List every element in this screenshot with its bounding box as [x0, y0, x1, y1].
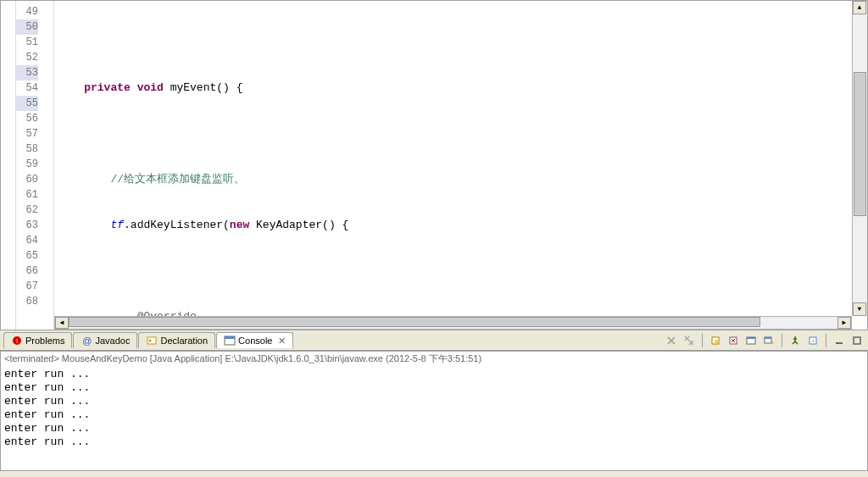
close-icon[interactable]: ✕: [278, 336, 286, 347]
line-gutter: 49 50 51 52 53 54 55 56 57 58 59 60 61 6…: [16, 1, 42, 330]
console-output[interactable]: enter run ... enter run ... enter run ..…: [1, 366, 867, 451]
line-number: 50: [16, 19, 38, 35]
tab-console[interactable]: Console ✕: [216, 332, 293, 348]
display-console-button[interactable]: [743, 333, 759, 348]
scroll-right-icon[interactable]: ▶: [837, 317, 851, 329]
tab-javadoc[interactable]: @ Javadoc: [73, 332, 137, 348]
line-number: 52: [16, 50, 38, 65]
line-number: 61: [16, 187, 38, 202]
code-line: tf.addKeyListener(new KeyAdapter() {: [54, 218, 867, 233]
svg-point-4: [149, 340, 152, 342]
code-line: //给文本框添加键盘监听。: [54, 172, 867, 187]
svg-rect-8: [715, 340, 718, 343]
svg-text:!: !: [16, 337, 18, 345]
console-icon: [224, 335, 236, 347]
code-line: private void myEvent() {: [54, 80, 867, 96]
line-number: 59: [16, 157, 38, 172]
line-number: 65: [16, 248, 38, 263]
svg-rect-11: [747, 337, 755, 339]
tab-problems[interactable]: ! Problems: [3, 332, 72, 348]
minimize-button[interactable]: [832, 333, 847, 348]
scroll-thumb[interactable]: [854, 72, 866, 216]
svg-rect-18: [854, 337, 860, 344]
views-tab-bar: ! Problems @ Javadoc Declaration Console…: [0, 330, 868, 351]
svg-text:+: +: [771, 340, 774, 346]
line-number: 56: [16, 111, 38, 126]
open-console-button[interactable]: +: [761, 333, 776, 348]
line-number: 55: [16, 96, 38, 111]
tab-label: Javadoc: [95, 336, 130, 346]
line-number: 49: [16, 4, 38, 19]
folding-bar: [42, 1, 54, 330]
remove-launch-button[interactable]: [664, 333, 679, 348]
vertical-scrollbar[interactable]: ▲ ▼: [852, 1, 867, 316]
scroll-down-icon[interactable]: ▼: [853, 302, 866, 316]
javadoc-icon: @: [81, 335, 92, 347]
line-number: 62: [16, 202, 38, 218]
scroll-left-icon[interactable]: ◀: [55, 317, 69, 329]
line-number: 64: [16, 233, 38, 248]
line-number: 54: [16, 80, 38, 96]
tab-declaration[interactable]: Declaration: [138, 332, 215, 348]
console-toolbar: + +: [664, 333, 865, 348]
svg-text:+: +: [811, 337, 815, 345]
tab-label: Console: [238, 336, 272, 346]
marker-bar: [1, 1, 16, 330]
new-console-view-button[interactable]: +: [805, 333, 821, 348]
line-number: 67: [16, 279, 38, 294]
code-line: [54, 263, 867, 279]
declaration-icon: [146, 335, 158, 347]
line-number: 57: [16, 126, 38, 141]
maximize-button[interactable]: [849, 333, 865, 348]
line-number: 60: [16, 172, 38, 187]
svg-rect-17: [836, 342, 843, 344]
console-status: <terminated> MouseAndKeyDemo [Java Appli…: [1, 352, 867, 366]
scroll-up-icon[interactable]: ▲: [853, 1, 866, 14]
svg-text:@: @: [82, 336, 92, 346]
editor-panel: 49 50 51 52 53 54 55 56 57 58 59 60 61 6…: [0, 0, 868, 330]
console-panel: <terminated> MouseAndKeyDemo [Java Appli…: [0, 351, 868, 471]
scroll-thumb[interactable]: [69, 317, 760, 327]
line-number: 51: [16, 35, 38, 50]
code-line: [54, 35, 867, 50]
remove-all-launches-button[interactable]: [682, 333, 697, 348]
code-area[interactable]: private void myEvent() { //给文本框添加键盘监听。 t…: [54, 1, 867, 330]
scroll-lock-button[interactable]: [708, 333, 723, 348]
line-number: 53: [16, 65, 38, 80]
svg-rect-6: [225, 336, 235, 339]
svg-rect-13: [765, 337, 771, 339]
clear-console-button[interactable]: [726, 333, 741, 348]
line-number: 58: [16, 141, 38, 157]
problems-icon: !: [11, 335, 23, 347]
horizontal-scrollbar[interactable]: ◀ ▶: [54, 316, 852, 330]
line-number: 66: [16, 263, 38, 279]
line-number: 68: [16, 294, 38, 309]
tab-label: Declaration: [160, 336, 208, 346]
tab-label: Problems: [25, 336, 64, 346]
pin-console-button[interactable]: [787, 333, 803, 348]
line-number: 63: [16, 218, 38, 233]
code-line: [54, 126, 867, 141]
